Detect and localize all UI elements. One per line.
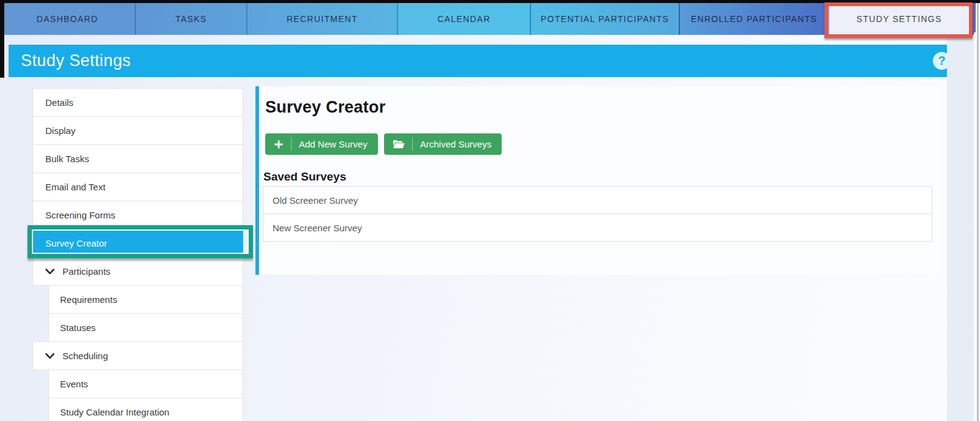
sidebar-item-display[interactable]: Display — [32, 116, 243, 145]
button-divider — [412, 138, 413, 151]
tab-dashboard[interactable]: DASHBOARD — [0, 3, 135, 35]
tab-recruitment[interactable]: RECRUITMENT — [246, 3, 397, 35]
survey-row[interactable]: Old Screener Survey — [263, 186, 932, 214]
survey-row[interactable]: New Screener Survey — [263, 214, 932, 242]
sidebar-item-requirements[interactable]: Requirements — [48, 285, 243, 314]
sidebar-item-study-calendar-integration[interactable]: Study Calendar Integration — [48, 398, 243, 421]
saved-surveys-heading: Saved Surveys — [263, 170, 346, 184]
archived-surveys-button[interactable]: Archived Surveys — [384, 133, 502, 155]
tab-label: TASKS — [175, 14, 206, 24]
tab-tasks[interactable]: TASKS — [135, 3, 246, 35]
chevron-down-icon — [45, 353, 55, 359]
tab-enrolled-participants[interactable]: ENROLLED PARTICIPANTS — [679, 3, 828, 35]
scrollbar-track[interactable] — [977, 3, 979, 421]
sidebar-item-label: Display — [45, 125, 75, 136]
teal-highlight-box-survey-creator-item — [28, 225, 253, 258]
sidebar-item-label: Events — [60, 379, 88, 389]
sidebar-item-scheduling[interactable]: Scheduling — [32, 341, 243, 370]
sidebar-item-label: Screening Forms — [45, 210, 115, 220]
button-label: Add New Survey — [299, 139, 368, 149]
content-title: Survey Creator — [265, 98, 385, 117]
screenshot-left-edge — [0, 0, 4, 78]
sidebar-item-label: Study Calendar Integration — [60, 407, 169, 417]
survey-name: Old Screener Survey — [273, 195, 358, 206]
sidebar-item-events[interactable]: Events — [48, 370, 243, 398]
sidebar-item-email-and-text[interactable]: Email and Text — [32, 173, 243, 201]
sidebar-item-label: Statuses — [60, 322, 96, 333]
open-folder-icon — [393, 140, 405, 149]
saved-surveys-list: Old Screener SurveyNew Screener Survey — [263, 186, 932, 242]
survey-actions: Add New SurveyArchived Surveys — [265, 133, 502, 155]
tab-label: CALENDAR — [437, 14, 491, 24]
question-mark-icon: ? — [938, 54, 945, 68]
tab-label: DASHBOARD — [37, 14, 98, 24]
sidebar-item-label: Bulk Tasks — [45, 154, 89, 164]
chevron-down-icon — [45, 269, 55, 275]
add-new-survey-button[interactable]: Add New Survey — [265, 133, 378, 155]
sidebar-item-label: Scheduling — [62, 351, 108, 361]
sidebar-item-details[interactable]: Details — [32, 88, 243, 117]
plus-icon — [274, 140, 284, 149]
sidebar-item-label: Email and Text — [45, 182, 105, 192]
button-divider — [291, 138, 292, 151]
sidebar-item-label: Requirements — [60, 294, 117, 305]
sidebar-item-bulk-tasks[interactable]: Bulk Tasks — [32, 144, 243, 173]
tab-potential-participants[interactable]: POTENTIAL PARTICIPANTS — [530, 3, 679, 35]
right-gutter — [947, 35, 974, 421]
tab-label: RECRUITMENT — [287, 14, 358, 24]
button-label: Archived Surveys — [420, 139, 492, 149]
tab-label: POTENTIAL PARTICIPANTS — [541, 14, 669, 24]
sidebar-item-statuses[interactable]: Statuses — [48, 313, 243, 342]
sidebar-item-participants[interactable]: Participants — [32, 257, 243, 286]
page-title: Study Settings — [9, 51, 131, 70]
tab-calendar[interactable]: CALENDAR — [397, 3, 530, 35]
survey-name: New Screener Survey — [273, 223, 362, 233]
scrollbar-thumb[interactable] — [973, 3, 976, 32]
page-header-bar: Study Settings ? — [9, 45, 960, 77]
sidebar-item-label: Participants — [62, 266, 110, 277]
red-highlight-box-study-settings-tab — [824, 2, 973, 38]
sidebar-item-label: Details — [45, 97, 74, 108]
tab-label: ENROLLED PARTICIPANTS — [691, 14, 817, 24]
